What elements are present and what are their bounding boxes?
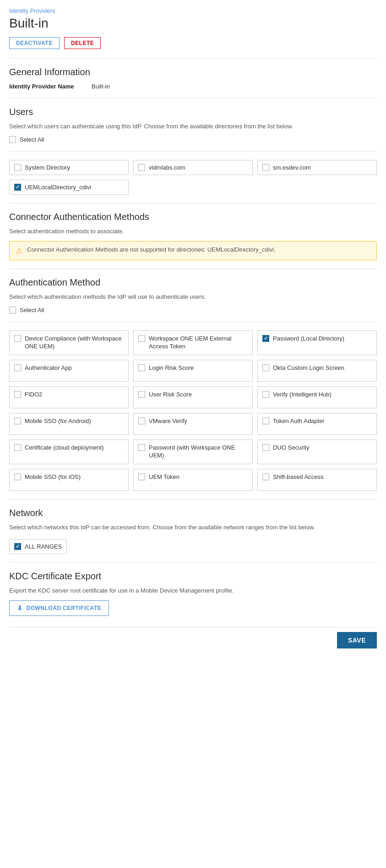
download-certificate-button[interactable]: ⬇ DOWNLOAD CERTIFICATE [9,600,109,616]
connector-auth-description: Select authentication methods to associa… [9,228,377,235]
general-information-section: General Information Identity Provider Na… [9,67,377,90]
auth-workspace-uem-token-checkbox[interactable] [138,335,145,342]
kdc-section: KDC Certificate Export Export the KDC se… [9,571,377,616]
select-all-users-checkbox[interactable] [9,136,16,143]
delete-button[interactable]: DELETE [64,37,101,49]
auth-mobile-sso-android-checkbox[interactable] [14,418,21,424]
identity-provider-name-label: Identity Provider Name [9,83,92,90]
all-ranges-label: ALL RANGES [25,543,62,550]
auth-user-risk-score[interactable]: User Risk Score [133,386,253,408]
auth-password-workspace-uem-checkbox[interactable] [138,444,145,451]
users-description: Select which users can authenticate usin… [9,123,377,130]
auth-method-grid: Device Compliance (with Workspace ONE UE… [9,330,377,491]
network-title: Network [9,508,377,518]
directory-item-vidmlabs[interactable]: vidmlabs.com [133,160,253,175]
auth-uem-token[interactable]: UEM Token [133,469,253,491]
auth-mobile-sso-ios-checkbox[interactable] [14,473,21,480]
users-section: Users Select which users can authenticat… [9,107,377,195]
auth-duo-security-label: DUO Security [273,444,309,452]
auth-okta-custom[interactable]: Okta Custom Login Screen [257,360,377,382]
all-ranges-item[interactable]: ALL RANGES [9,539,67,554]
auth-duo-security[interactable]: DUO Security [257,439,377,464]
auth-okta-custom-checkbox[interactable] [262,364,269,371]
auth-shift-based-access-checkbox[interactable] [262,473,269,480]
deactivate-button[interactable]: DEACTIVATE [9,37,60,49]
save-row: SAVE [9,627,377,648]
breadcrumb[interactable]: Identity Providers [9,7,377,14]
auth-workspace-uem-token-label: Workspace ONE UEM External Access Token [149,335,248,351]
auth-method-description: Select which authentication methods the … [9,293,377,300]
auth-password-local[interactable]: Password (Local Directory) [257,330,377,355]
auth-vmware-verify[interactable]: VMware Verify [133,413,253,435]
select-all-auth-label: Select All [20,307,44,313]
auth-token-auth-adapter-label: Token Auth Adapter [273,418,325,425]
users-title: Users [9,107,377,117]
identity-provider-name-row: Identity Provider Name Built-in [9,83,377,90]
auth-certificate-cloud-label: Certificate (cloud deployment) [25,444,104,452]
auth-login-risk-score-checkbox[interactable] [138,364,145,371]
auth-mobile-sso-ios-label: Mobile SSO (for iOS) [25,473,81,481]
auth-authenticator-app[interactable]: Authenticator App [9,360,129,382]
network-section: Network Select which networks this IdP c… [9,508,377,554]
save-button[interactable]: SAVE [337,632,377,648]
directory-item-uem[interactable]: UEMLocalDirectory_cdivi [9,180,129,195]
auth-password-local-label: Password (Local Directory) [273,335,344,343]
auth-fido2[interactable]: FIDO2 [9,386,129,408]
select-all-users-label: Select All [20,136,44,143]
auth-method-title: Authentication Method [9,277,377,288]
kdc-title: KDC Certificate Export [9,571,377,582]
auth-mobile-sso-android[interactable]: Mobile SSO (for Android) [9,413,129,435]
all-ranges-checkbox[interactable] [14,543,21,550]
directory-item-smesdev[interactable]: sm.esdev.com [257,160,377,175]
directory-grid: System Directory vidmlabs.com sm.esdev.c… [9,160,377,195]
auth-uem-token-checkbox[interactable] [138,473,145,480]
auth-token-auth-adapter-checkbox[interactable] [262,418,269,424]
auth-login-risk-score-label: Login Risk Score [149,364,194,372]
download-certificate-label: DOWNLOAD CERTIFICATE [27,605,102,611]
directory-item-system[interactable]: System Directory [9,160,129,175]
auth-certificate-cloud[interactable]: Certificate (cloud deployment) [9,439,129,464]
auth-device-compliance-label: Device Compliance (with Workspace ONE UE… [25,335,124,351]
auth-vmware-verify-checkbox[interactable] [138,418,145,424]
auth-device-compliance[interactable]: Device Compliance (with Workspace ONE UE… [9,330,129,355]
auth-method-section: Authentication Method Select which authe… [9,277,377,491]
auth-mobile-sso-android-label: Mobile SSO (for Android) [25,418,91,425]
auth-login-risk-score[interactable]: Login Risk Score [133,360,253,382]
auth-vmware-verify-label: VMware Verify [149,418,187,425]
directory-vidmlabs-checkbox[interactable] [138,164,145,171]
general-information-title: General Information [9,67,377,77]
auth-password-local-checkbox[interactable] [262,335,269,342]
auth-uem-token-label: UEM Token [149,473,179,481]
auth-password-workspace-uem-label: Password (with Workspace ONE UEM) [149,444,248,460]
auth-mobile-sso-ios[interactable]: Mobile SSO (for iOS) [9,469,129,491]
auth-duo-security-checkbox[interactable] [262,444,269,451]
auth-certificate-cloud-checkbox[interactable] [14,444,21,451]
auth-device-compliance-checkbox[interactable] [14,335,21,342]
warning-icon: ⚠ [16,247,22,255]
directory-system-label: System Directory [25,164,70,171]
directory-uem-checkbox[interactable] [14,184,21,191]
auth-shift-based-access-label: Shift-based Access [273,473,324,481]
select-all-auth-checkbox[interactable] [9,307,16,313]
auth-verify-intelligent-hub-label: Verify (Intelligent Hub) [273,391,332,399]
directory-smesdev-checkbox[interactable] [262,164,269,171]
auth-shift-based-access[interactable]: Shift-based Access [257,469,377,491]
auth-token-auth-adapter[interactable]: Token Auth Adapter [257,413,377,435]
directory-system-checkbox[interactable] [14,164,21,171]
kdc-description: Export the KDC server root certificate f… [9,587,377,594]
auth-user-risk-score-label: User Risk Score [149,391,192,399]
auth-workspace-uem-token[interactable]: Workspace ONE UEM External Access Token [133,330,253,355]
auth-user-risk-score-checkbox[interactable] [138,391,145,398]
connector-auth-warning-text: Connector Authentication Methods are not… [27,246,276,253]
select-all-auth-row[interactable]: Select All [9,307,377,313]
select-all-users-row[interactable]: Select All [9,136,377,143]
auth-authenticator-app-checkbox[interactable] [14,364,21,371]
action-buttons: DEACTIVATE DELETE [9,37,377,49]
auth-fido2-checkbox[interactable] [14,391,21,398]
auth-okta-custom-label: Okta Custom Login Screen [273,364,344,372]
connector-auth-warning: ⚠ Connector Authentication Methods are n… [9,241,377,260]
auth-password-workspace-uem[interactable]: Password (with Workspace ONE UEM) [133,439,253,464]
auth-fido2-label: FIDO2 [25,391,42,399]
auth-verify-intelligent-hub[interactable]: Verify (Intelligent Hub) [257,386,377,408]
auth-verify-intelligent-hub-checkbox[interactable] [262,391,269,398]
